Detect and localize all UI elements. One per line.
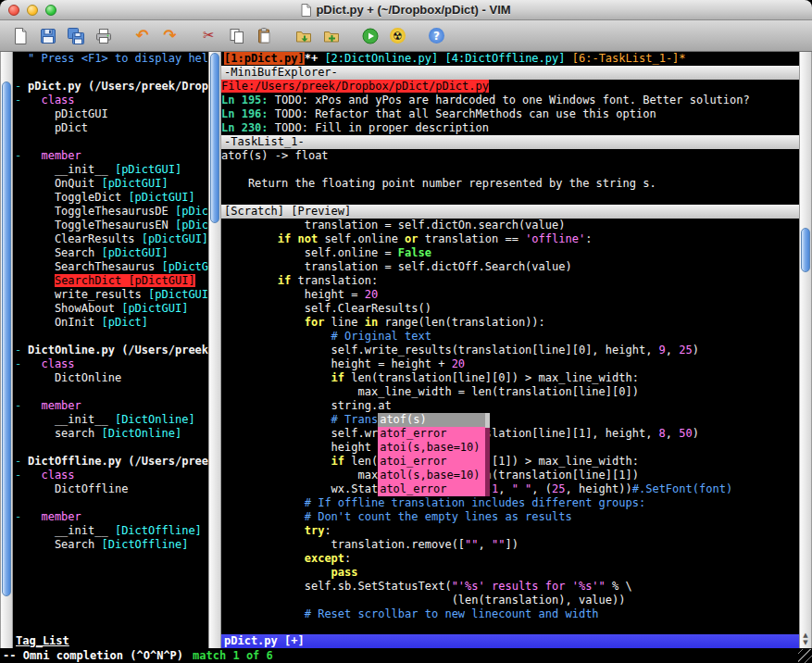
buffer-tab-active[interactable]: [1:pDict.py]: [224, 52, 305, 65]
tasklist-todo-item[interactable]: Ln 196: TODO: Refactor that all SearchMe…: [221, 107, 799, 121]
completion-item[interactable]: atol_error: [378, 482, 489, 496]
save-button[interactable]: [35, 23, 60, 49]
taglist-row[interactable]: SearchThesaurus [pDictG: [15, 260, 208, 274]
redo-button[interactable]: ↷: [157, 23, 182, 49]
buffer-tab-hidden[interactable]: [4:DictOffline.py]: [444, 52, 565, 65]
taglist-row[interactable]: ToggleThesaurusDE [pDic: [15, 205, 208, 219]
taglist-row-text: pDict: [28, 121, 88, 135]
taglist-row-text: __init__ [DictOffline]: [28, 524, 202, 538]
taglist-row[interactable]: search [DictOnline]: [15, 427, 208, 441]
scrollbar-arrows[interactable]: [800, 632, 811, 646]
taglist-row[interactable]: OnQuit [pDictGUI]: [15, 177, 208, 191]
taglist-row[interactable]: OnInit [pDict]: [15, 316, 208, 330]
taglist-segment-br: [pDictGUI]: [121, 302, 188, 315]
preview-line: [221, 191, 799, 205]
undo-button[interactable]: ↶: [130, 23, 155, 49]
save-session-button[interactable]: [319, 23, 344, 49]
fold-marker: [15, 232, 28, 246]
taglist-row: [15, 441, 208, 455]
save-all-button[interactable]: [63, 23, 88, 49]
taglist-row[interactable]: - class: [15, 469, 208, 482]
help-button[interactable]: ?: [424, 23, 449, 49]
load-session-icon: [294, 27, 313, 45]
taglist-row[interactable]: -pDict.py (/Users/preek/Drop: [15, 80, 208, 94]
zoom-button[interactable]: [45, 5, 56, 16]
middle-scrollbar[interactable]: [208, 52, 221, 648]
taglist-segment-tag: search: [28, 427, 101, 440]
taglist-left-scrollbar[interactable]: [0, 52, 13, 648]
taglist-row[interactable]: Search [DictOffline]: [15, 538, 208, 552]
taglist-row[interactable]: ToggleThesaurusEN [pDic: [15, 219, 208, 232]
taglist-row[interactable]: ShowAbout [pDictGUI]: [15, 302, 208, 316]
buffer-tab-hidden[interactable]: [2:DictOnline.py]: [324, 52, 438, 65]
new-file-icon: [11, 27, 30, 45]
print-button[interactable]: [91, 23, 116, 49]
code-line: # Translation: [224, 413, 799, 427]
completion-item[interactable]: atof(s): [378, 413, 489, 427]
taglist-row[interactable]: Search [pDictGUI]: [15, 246, 208, 260]
code-segment: translation ==: [418, 232, 526, 245]
taglist-row[interactable]: pDict: [15, 121, 208, 135]
code-segment: 'offline': [525, 232, 585, 245]
copy-button[interactable]: [224, 23, 249, 49]
taglist-row[interactable]: ToggleDict [pDictGUI]: [15, 191, 208, 205]
taglist-row[interactable]: - class: [15, 94, 208, 107]
taglist-row[interactable]: -DictOffline.py (/Users/pree: [15, 455, 208, 469]
completion-item[interactable]: atof_error: [378, 427, 489, 441]
taglist-row[interactable]: - member: [15, 149, 208, 163]
code-window[interactable]: translation = self.dictOn.search(value) …: [221, 219, 799, 634]
fold-marker: -: [15, 80, 28, 94]
taglist-row[interactable]: pDictGUI: [15, 107, 208, 121]
taglist-row[interactable]: __init__ [pDictGUI]: [15, 163, 208, 177]
completion-item[interactable]: atoi(s,base=10): [378, 441, 489, 455]
taglist-row[interactable]: " Press <F1> to display hel: [15, 52, 208, 66]
taglist-row[interactable]: DictOffline: [15, 482, 208, 496]
taglist-segment-tag: Search: [28, 246, 101, 259]
taglist-row-text: member: [28, 510, 81, 524]
minimize-button[interactable]: [27, 5, 38, 16]
taglist-row[interactable]: -DictOnline.py (/Users/preek: [15, 344, 208, 357]
taglist-row[interactable]: ClearResults [pDictGUI]: [15, 232, 208, 246]
taglist-segment-type: member: [28, 510, 81, 523]
main-right-scrollbar[interactable]: [799, 52, 812, 648]
paste-button[interactable]: [252, 23, 277, 49]
fold-marker: [15, 219, 28, 232]
scrollbar-thumb[interactable]: [801, 228, 810, 272]
run-script-button[interactable]: [357, 23, 382, 49]
completion-item[interactable]: atoi_error: [378, 455, 489, 469]
taglist-segment-tag: SearchThesaurus: [28, 260, 162, 273]
tasklist-todo-item[interactable]: Ln 230: TODO: Fill in proper description: [221, 121, 799, 135]
resize-grip[interactable]: [798, 649, 812, 663]
taglist-row-text: class: [28, 469, 75, 482]
new-file-button[interactable]: [7, 23, 32, 49]
scroll-down-arrow-icon[interactable]: [803, 639, 807, 646]
taglist-row[interactable]: write_results [pDictGUI]: [15, 288, 208, 302]
fold-marker: [15, 107, 28, 121]
scroll-up-arrow-icon[interactable]: [803, 632, 807, 639]
taglist-segment-type: member: [28, 399, 81, 412]
fold-marker: [15, 66, 28, 80]
taglist-row[interactable]: SearchDict [pDictGUI]: [15, 274, 208, 288]
taglist-row[interactable]: - class: [15, 357, 208, 371]
load-session-button[interactable]: [291, 23, 316, 49]
scrollbar-thumb[interactable]: [210, 53, 219, 223]
fold-marker: [15, 177, 28, 191]
cut-button[interactable]: ✂: [196, 23, 221, 49]
taglist-row[interactable]: __init__ [DictOnline]: [15, 413, 208, 427]
buffer-tab-special[interactable]: [6:-TaskList_1-]*: [572, 52, 686, 65]
taglist-row[interactable]: - member: [15, 399, 208, 413]
taglist-row[interactable]: - member: [15, 510, 208, 524]
active-statusline-text: pDict.py [+]: [224, 634, 305, 647]
completion-item[interactable]: atol(s,base=10): [378, 469, 489, 482]
fold-marker: [15, 316, 28, 330]
tasklist-todo-item[interactable]: Ln 195: TODO: xPos and yPos are hardcode…: [221, 94, 799, 107]
cut-icon: ✂: [203, 29, 215, 43]
code-segment: "'%s' results for '%s'": [452, 580, 606, 593]
taglist-row[interactable]: DictOnline: [15, 371, 208, 385]
scrollbar-thumb[interactable]: [2, 81, 11, 596]
close-button[interactable]: [8, 5, 19, 16]
taglist-segment-tag: OnInit: [28, 316, 101, 329]
taglist-row[interactable]: __init__ [DictOffline]: [15, 524, 208, 538]
build-tags-button[interactable]: ☢: [385, 23, 410, 49]
fold-marker: -: [15, 455, 28, 469]
